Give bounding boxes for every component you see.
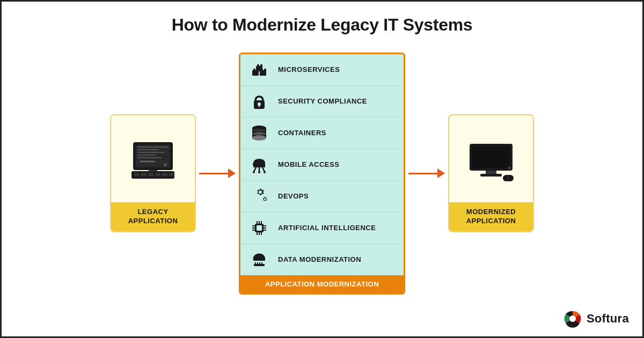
- svg-rect-25: [257, 64, 259, 67]
- svg-rect-24: [264, 69, 266, 71]
- security-item: SECURITY COMPLIANCE: [240, 86, 404, 117]
- svg-rect-73: [472, 146, 510, 168]
- svg-rect-74: [486, 171, 496, 174]
- svg-rect-8: [134, 173, 140, 177]
- logo: Softura: [563, 309, 629, 328]
- svg-rect-62: [261, 232, 262, 235]
- svg-rect-16: [141, 161, 155, 162]
- ai-item: ARTIFICIAL INTELLIGENCE: [240, 212, 404, 244]
- arrow-right: [405, 157, 448, 189]
- devops-item: DEVOPS: [240, 181, 404, 212]
- svg-rect-55: [264, 227, 266, 229]
- svg-rect-4: [137, 152, 164, 153]
- svg-rect-23: [261, 69, 263, 71]
- ai-label: ARTIFICIAL INTELLIGENCE: [278, 224, 376, 232]
- svg-rect-57: [257, 221, 258, 224]
- svg-rect-60: [257, 232, 258, 235]
- svg-rect-3: [137, 149, 159, 150]
- svg-rect-22: [257, 69, 259, 71]
- microservices-icon: [248, 58, 270, 81]
- security-label: SECURITY COMPLIANCE: [278, 97, 367, 105]
- svg-point-47: [259, 190, 262, 194]
- svg-point-36: [252, 135, 266, 141]
- svg-rect-59: [261, 221, 262, 224]
- svg-rect-66: [253, 257, 265, 261]
- data-icon: [248, 248, 270, 271]
- ai-icon: [248, 217, 270, 239]
- containers-item: CONTAINERS: [240, 117, 404, 149]
- svg-rect-40: [253, 163, 265, 167]
- mobile-label: MOBILE ACCESS: [278, 160, 339, 168]
- modernized-app-icon: [459, 115, 523, 202]
- containers-label: CONTAINERS: [278, 129, 326, 137]
- legacy-app-icon: [123, 115, 182, 202]
- svg-rect-5: [137, 155, 156, 156]
- svg-rect-21: [253, 69, 255, 71]
- microservices-item: MICROSERVICES: [240, 54, 404, 86]
- data-item: DATA MODERNIZATION: [240, 244, 404, 275]
- main-content: LEGACYAPPLICATION: [0, 45, 644, 302]
- devops-icon: [248, 185, 270, 208]
- data-label: DATA MODERNIZATION: [278, 255, 361, 263]
- security-icon: [248, 90, 270, 113]
- svg-rect-10: [148, 173, 153, 177]
- legacy-app-label: LEGACYAPPLICATION: [111, 202, 195, 231]
- svg-rect-52: [252, 227, 255, 229]
- svg-rect-56: [264, 230, 266, 231]
- svg-rect-26: [260, 64, 262, 67]
- modernization-footer: APPLICATION MODERNIZATION: [240, 275, 404, 293]
- svg-point-76: [508, 166, 511, 169]
- svg-rect-53: [252, 230, 255, 231]
- svg-rect-6: [137, 157, 162, 158]
- svg-line-41: [254, 167, 256, 172]
- arrow-left: [196, 157, 239, 189]
- svg-rect-75: [480, 174, 502, 177]
- mobile-item: MOBILE ACCESS: [240, 149, 404, 181]
- page-title: How to Modernize Legacy IT Systems: [0, 0, 644, 45]
- modernization-items: MICROSERVICES SECURITY COMPLIANCE: [240, 54, 404, 275]
- svg-rect-61: [259, 232, 260, 235]
- svg-rect-71: [254, 264, 265, 266]
- svg-point-80: [569, 315, 576, 322]
- svg-rect-58: [259, 221, 260, 224]
- svg-rect-13: [169, 173, 173, 177]
- svg-rect-12: [162, 173, 167, 177]
- svg-rect-14: [149, 170, 157, 172]
- microservices-label: MICROSERVICES: [278, 65, 340, 74]
- mobile-icon: [248, 153, 270, 176]
- svg-rect-9: [141, 173, 147, 177]
- legacy-app-box: LEGACYAPPLICATION: [110, 114, 196, 232]
- modernized-app-box: MODERNIZEDAPPLICATION: [448, 114, 534, 232]
- containers-icon: [248, 122, 270, 144]
- svg-point-17: [164, 163, 167, 166]
- logo-text: Softura: [587, 312, 629, 326]
- modernization-box: MICROSERVICES SECURITY COMPLIANCE: [239, 53, 405, 295]
- svg-rect-51: [252, 225, 255, 226]
- svg-rect-50: [257, 225, 262, 231]
- svg-rect-11: [155, 173, 160, 177]
- svg-point-45: [258, 171, 260, 173]
- svg-rect-54: [264, 225, 266, 226]
- svg-point-48: [264, 198, 266, 200]
- devops-label: DEVOPS: [278, 192, 309, 200]
- svg-point-46: [264, 171, 266, 173]
- modernized-app-label: MODERNIZEDAPPLICATION: [449, 202, 533, 231]
- svg-rect-29: [259, 105, 260, 107]
- svg-line-43: [262, 167, 265, 172]
- svg-point-44: [253, 171, 255, 173]
- svg-rect-2: [137, 146, 169, 148]
